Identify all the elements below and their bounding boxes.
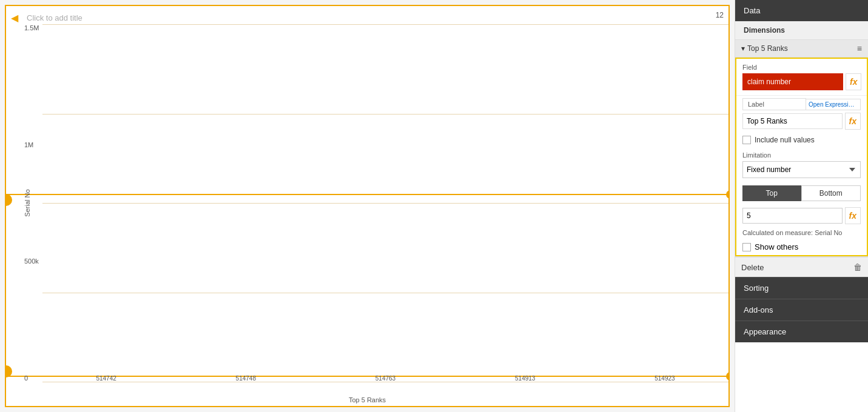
appearance-menu-item[interactable]: Appearance: [735, 321, 868, 342]
null-values-row[interactable]: Include null values: [736, 132, 867, 148]
show-others-row[interactable]: Show others: [736, 239, 867, 255]
field-fx-button[interactable]: fx: [846, 73, 861, 90]
hamburger-icon[interactable]: ≡: [857, 44, 862, 53]
null-label: Include null values: [755, 136, 815, 144]
bar-group: 514748: [182, 373, 309, 382]
label-fx-button[interactable]: fx: [845, 113, 861, 130]
bar-label: 514923: [654, 375, 675, 382]
delete-label: Delete: [741, 263, 764, 272]
top-bottom-row: Top Bottom: [742, 185, 861, 201]
yellow-bordered-section: Field fx Label Open Expression edit fx I…: [735, 58, 868, 256]
field-input[interactable]: [742, 73, 843, 90]
bottom-button[interactable]: Bottom: [801, 185, 861, 201]
number-fx-button[interactable]: fx: [845, 207, 861, 224]
field-input-row: fx: [742, 73, 861, 90]
bar-group: 514923: [601, 373, 728, 382]
grid-line: [42, 382, 728, 382]
y-tick: 500k: [24, 258, 39, 265]
sorting-menu-item[interactable]: Sorting: [735, 277, 868, 299]
number-input[interactable]: [742, 208, 843, 224]
handle-top[interactable]: [5, 194, 12, 206]
open-expression-link[interactable]: Open Expression edit: [806, 99, 861, 110]
trash-icon[interactable]: 🗑: [853, 262, 862, 272]
chart-container: Serial No 1.5M 1M 500k 0 514742 514748: [18, 24, 728, 382]
label-section: Label Open Expression edit fx: [736, 95, 867, 132]
x-axis-title: Top 5 Ranks: [349, 396, 386, 404]
bar-group: 514913: [462, 373, 589, 382]
triangle-down-icon: ▾: [741, 44, 745, 53]
calculated-text: Calculated on measure: Serial No: [736, 227, 867, 239]
y-tick: 1.5M: [24, 24, 39, 32]
show-others-label: Show others: [755, 242, 798, 251]
bar-label: 514913: [515, 375, 535, 382]
delete-row: Delete 🗑: [735, 256, 868, 277]
bar-group: 514763: [321, 373, 449, 382]
dimension-row[interactable]: ▾ Top 5 Ranks ≡: [735, 40, 868, 58]
top-button[interactable]: Top: [742, 185, 801, 201]
field-label: Field: [742, 64, 861, 71]
y-axis-ticks: 1.5M 1M 500k 0: [24, 24, 39, 382]
limitation-label: Limitation: [742, 151, 861, 159]
field-section: Field fx: [736, 59, 867, 95]
bar-label: 514742: [96, 375, 116, 382]
bar-label: 514748: [236, 375, 256, 382]
addons-menu-item[interactable]: Add-ons: [735, 299, 868, 321]
dimension-toggle[interactable]: ▾ Top 5 Ranks: [741, 44, 788, 53]
show-others-checkbox[interactable]: [742, 243, 751, 251]
limitation-section: Limitation Fixed number Fixed value Rela…: [736, 148, 867, 182]
label-input[interactable]: [742, 113, 843, 129]
y-tick: 1M: [24, 141, 39, 148]
panel-dimensions-header: Dimensions: [735, 21, 868, 40]
number-input-row: fx: [736, 205, 867, 227]
bar-group: 514742: [42, 373, 170, 382]
y-tick: 0: [24, 374, 39, 382]
label-tab-text: Label: [742, 98, 806, 110]
dimension-name: Top 5 Ranks: [747, 44, 788, 53]
chart-top-number: 12: [716, 11, 724, 19]
include-null-checkbox[interactable]: [742, 136, 751, 144]
bars-container: 514742 514748 514763 514913 514923: [42, 24, 728, 382]
label-input-row: fx: [742, 113, 861, 130]
right-panel: Data Dimensions ▾ Top 5 Ranks ≡ Field fx…: [735, 0, 868, 412]
limitation-select[interactable]: Fixed number Fixed value Relative value: [742, 161, 861, 178]
chart-title-placeholder[interactable]: Click to add title: [22, 11, 87, 25]
panel-data-header: Data: [735, 0, 868, 21]
chart-area: ◀ Click to add title 12 Serial No 1.5M 1…: [5, 5, 730, 407]
bar-label: 514763: [375, 375, 395, 382]
label-row: Label Open Expression edit: [742, 98, 861, 110]
